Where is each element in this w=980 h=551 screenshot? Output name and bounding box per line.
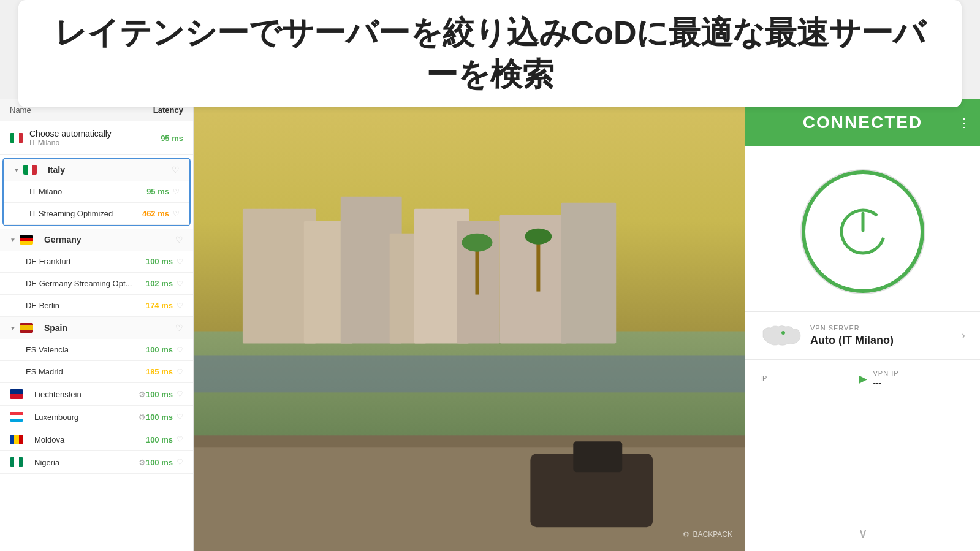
vpn-ip-label: VPN IP bbox=[873, 370, 966, 377]
vpn-ip-block: VPN IP --- bbox=[873, 370, 966, 388]
top-banner: レイテンシーでサーバーを絞り込みCoDに最適な最速サーバーを検索 bbox=[18, 0, 962, 107]
svg-rect-9 bbox=[561, 203, 616, 344]
backpack-icon: ⚙ bbox=[683, 530, 689, 539]
banner-title: レイテンシーでサーバーを絞り込みCoDに最適な最速サーバーを検索 bbox=[43, 12, 937, 95]
power-button[interactable] bbox=[802, 170, 924, 293]
heart-icon-de-frankfurt[interactable]: ♡ bbox=[177, 257, 183, 266]
game-brand-text: BACKPACK bbox=[693, 530, 732, 539]
vpn-server-info: VPN SERVER Auto (IT Milano) bbox=[810, 324, 962, 347]
server-name-de-streaming: DE Germany Streaming Opt... bbox=[26, 279, 146, 288]
svg-point-11 bbox=[462, 234, 493, 252]
ip-block: IP bbox=[760, 374, 853, 383]
ip-label: IP bbox=[760, 374, 853, 382]
svg-point-22 bbox=[781, 331, 785, 335]
bottom-chevron[interactable]: ∨ bbox=[745, 515, 980, 551]
auto-select-info: Choose automatically IT Milano bbox=[29, 129, 161, 147]
latency-it-streaming: 462 ms bbox=[142, 209, 169, 218]
more-options-icon[interactable]: ⋮ bbox=[958, 115, 970, 130]
country-group-spain: ▼ Spain ♡ ES Valencia 100 ms ♡ ES Madrid… bbox=[0, 317, 193, 383]
auto-select-row[interactable]: Choose automatically IT Milano 95 ms bbox=[0, 121, 193, 155]
server-panel: Name Latency Choose automatically IT Mil… bbox=[0, 99, 194, 551]
server-name-moldova: Moldova bbox=[34, 435, 146, 444]
heart-icon-italy[interactable]: ♡ bbox=[172, 165, 180, 175]
server-row-es-valencia[interactable]: ES Valencia 100 ms ♡ bbox=[0, 339, 193, 361]
svg-point-13 bbox=[525, 229, 552, 245]
country-name-italy: Italy bbox=[48, 165, 169, 175]
latency-liechtenstein: 100 ms bbox=[146, 390, 173, 399]
server-name-liechtenstein: Liechtenstein bbox=[34, 390, 136, 399]
server-row-de-streaming[interactable]: DE Germany Streaming Opt... 102 ms ♡ bbox=[0, 273, 193, 295]
vpn-server-label: VPN SERVER bbox=[810, 324, 962, 332]
heart-icon-de-berlin[interactable]: ♡ bbox=[177, 302, 183, 310]
svg-rect-18 bbox=[573, 441, 622, 472]
country-group-italy: ▼ Italy ♡ IT Milano 95 ms ♡ IT Streaming… bbox=[2, 158, 191, 226]
latency-es-madrid: 185 ms bbox=[146, 367, 173, 376]
flag-germany bbox=[20, 235, 33, 245]
game-overlay-text: ⚙ BACKPACK bbox=[683, 530, 732, 539]
heart-icon-spain[interactable]: ♡ bbox=[175, 323, 183, 333]
heart-icon-nigeria[interactable]: ♡ bbox=[177, 458, 183, 466]
chevron-down-icon-bottom: ∨ bbox=[858, 525, 868, 541]
game-area: ⚙ BACKPACK bbox=[194, 99, 745, 551]
server-row-nigeria[interactable]: Nigeria ⚙ 100 ms ♡ bbox=[0, 451, 193, 474]
ip-section: IP ▶ VPN IP --- bbox=[745, 359, 980, 398]
flag-spain bbox=[20, 323, 33, 333]
server-name-it-milano: IT Milano bbox=[29, 187, 146, 196]
server-row-it-milano[interactable]: IT Milano 95 ms ♡ bbox=[4, 181, 189, 203]
country-name-spain: Spain bbox=[44, 323, 173, 333]
gear-icon-luxembourg: ⚙ bbox=[139, 412, 146, 422]
power-icon bbox=[838, 207, 887, 256]
vpn-panel: CONNECTED ⋮ VPN SERVER Auto (IT Milano) … bbox=[745, 99, 980, 551]
latency-es-valencia: 100 ms bbox=[146, 345, 173, 354]
country-name-germany: Germany bbox=[44, 235, 173, 245]
vpn-ip-value: --- bbox=[873, 378, 966, 388]
country-header-spain[interactable]: ▼ Spain ♡ bbox=[0, 317, 193, 339]
svg-rect-15 bbox=[194, 441, 745, 551]
server-row-moldova[interactable]: Moldova 100 ms ♡ bbox=[0, 428, 193, 451]
latency-moldova: 100 ms bbox=[146, 435, 173, 444]
vpn-server-section[interactable]: VPN SERVER Auto (IT Milano) › bbox=[745, 311, 980, 359]
server-name-luxembourg: Luxembourg bbox=[34, 412, 136, 422]
auto-select-sub: IT Milano bbox=[29, 139, 161, 147]
server-name-it-streaming: IT Streaming Optimized bbox=[29, 209, 142, 218]
flag-luxembourg bbox=[10, 412, 23, 422]
server-name-nigeria: Nigeria bbox=[34, 458, 136, 467]
latency-nigeria: 100 ms bbox=[146, 458, 173, 467]
heart-icon-es-madrid[interactable]: ♡ bbox=[177, 368, 183, 376]
connected-status-text: CONNECTED bbox=[755, 113, 970, 132]
chevron-down-icon-de: ▼ bbox=[10, 237, 16, 243]
heart-icon-germany[interactable]: ♡ bbox=[175, 235, 183, 245]
server-name-es-madrid: ES Madrid bbox=[26, 367, 146, 376]
auto-select-name: Choose automatically bbox=[29, 129, 161, 139]
chevron-right-icon: › bbox=[962, 329, 965, 342]
country-header-italy[interactable]: ▼ Italy ♡ bbox=[4, 159, 189, 181]
svg-rect-16 bbox=[194, 435, 745, 447]
server-name-es-valencia: ES Valencia bbox=[26, 345, 146, 354]
heart-icon-luxembourg[interactable]: ♡ bbox=[177, 412, 183, 421]
server-row-de-frankfurt[interactable]: DE Frankfurt 100 ms ♡ bbox=[0, 251, 193, 273]
heart-icon-es-valencia[interactable]: ♡ bbox=[177, 346, 183, 354]
latency-luxembourg: 100 ms bbox=[146, 412, 173, 422]
server-row-luxembourg[interactable]: Luxembourg ⚙ 100 ms ♡ bbox=[0, 406, 193, 428]
gear-icon-liechtenstein: ⚙ bbox=[139, 390, 146, 399]
heart-icon-it-streaming[interactable]: ♡ bbox=[173, 210, 180, 218]
gear-icon-nigeria: ⚙ bbox=[139, 458, 146, 467]
svg-rect-14 bbox=[194, 355, 745, 392]
country-group-germany: ▼ Germany ♡ DE Frankfurt 100 ms ♡ DE Ger… bbox=[0, 229, 193, 317]
server-row-es-madrid[interactable]: ES Madrid 185 ms ♡ bbox=[0, 361, 193, 383]
server-row-it-streaming[interactable]: IT Streaming Optimized 462 ms ♡ bbox=[4, 203, 189, 225]
auto-select-latency: 95 ms bbox=[161, 134, 183, 143]
heart-icon-moldova[interactable]: ♡ bbox=[177, 435, 183, 444]
heart-icon-liechtenstein[interactable]: ♡ bbox=[177, 390, 183, 398]
flag-nigeria bbox=[10, 457, 23, 467]
latency-it-milano: 95 ms bbox=[146, 187, 169, 196]
server-name-de-berlin: DE Berlin bbox=[26, 301, 146, 310]
latency-de-berlin: 174 ms bbox=[146, 301, 173, 310]
heart-icon-de-streaming[interactable]: ♡ bbox=[177, 279, 183, 288]
power-circle-container bbox=[745, 146, 980, 311]
country-header-germany[interactable]: ▼ Germany ♡ bbox=[0, 229, 193, 251]
server-row-de-berlin[interactable]: DE Berlin 174 ms ♡ bbox=[0, 295, 193, 317]
heart-icon-it-milano[interactable]: ♡ bbox=[173, 188, 180, 196]
server-row-liechtenstein[interactable]: Liechtenstein ⚙ 100 ms ♡ bbox=[0, 383, 193, 406]
world-map-icon bbox=[760, 322, 803, 349]
